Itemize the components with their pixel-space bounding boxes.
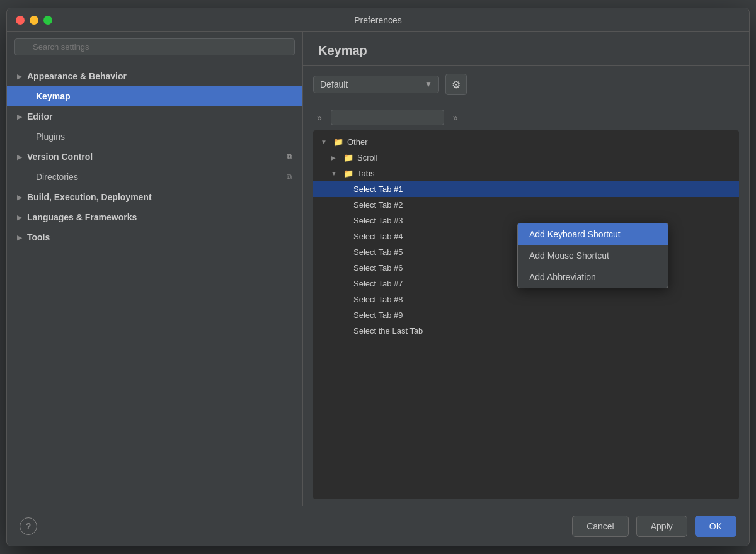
arrow-icon: ▶ [17, 214, 22, 221]
sidebar-item-keymap[interactable]: Keymap [7, 86, 302, 106]
apply-button[interactable]: Apply [636, 516, 687, 537]
tree-item-scroll[interactable]: ▶ 📁 Scroll [313, 150, 739, 166]
tree-item-label: Select Tab #9 [353, 310, 403, 320]
keymap-toolbar: Default ▼ ⚙ [303, 66, 749, 103]
tree-item-label: Select Tab #6 [353, 263, 403, 273]
sidebar-item-appearance-behavior[interactable]: ▶ Appearance & Behavior [7, 66, 302, 86]
arrow-icon: ▶ [17, 194, 22, 201]
folder-icon: 📁 [333, 137, 343, 147]
arrow-icon: ▶ [17, 73, 22, 80]
dropdown-value: Default [320, 79, 348, 89]
tree-item-label: Other [347, 137, 368, 147]
tree-item-label: Select Tab #2 [353, 200, 403, 210]
expand-all-button[interactable]: » [313, 111, 326, 124]
tree-arrow-icon: ▼ [331, 170, 340, 177]
tree-arrow-icon: ▼ [321, 138, 329, 145]
sidebar-item-build[interactable]: ▶ Build, Execution, Deployment [7, 187, 302, 207]
tree-item-select-tab-1[interactable]: Select Tab #1 [313, 181, 739, 197]
minimize-button[interactable] [30, 16, 38, 25]
arrow-icon: ▶ [17, 234, 22, 241]
folder-icon: 📁 [343, 169, 353, 178]
copy-icon: ⧉ [287, 172, 292, 181]
tree-item-label: Select Tab #5 [353, 247, 403, 257]
sidebar-item-label: Plugins [36, 132, 65, 142]
sidebar-search-wrap: 🔍 [14, 38, 295, 55]
cancel-button[interactable]: Cancel [572, 516, 629, 537]
preferences-window: Preferences 🔍 ▶ Appearance & Behavior Ke… [6, 8, 750, 546]
titlebar: Preferences [7, 8, 749, 32]
sidebar-item-version-control[interactable]: ▶ Version Control ⧉ [7, 147, 302, 167]
tree-item-label: Select Tab #1 [353, 184, 403, 194]
sidebar-item-label: Keymap [36, 91, 70, 101]
arrow-icon: ▶ [17, 113, 22, 120]
window-title: Preferences [354, 15, 401, 25]
sidebar-item-label: Version Control [27, 152, 93, 162]
sidebar-item-label: Tools [27, 232, 50, 242]
arrow-icon: ▶ [17, 154, 22, 161]
gear-button[interactable]: ⚙ [445, 74, 467, 95]
close-button[interactable] [16, 16, 25, 25]
sidebar-item-editor[interactable]: ▶ Editor [7, 106, 302, 127]
sidebar-item-tools[interactable]: ▶ Tools [7, 227, 302, 247]
maximize-button[interactable] [43, 16, 52, 25]
content-area: 🔍 ▶ Appearance & Behavior Keymap ▶ Edito… [7, 32, 749, 506]
keymap-tree-view: ▼ 📁 Other ▶ 📁 Scroll ▼ 📁 Tabs [313, 130, 739, 499]
sidebar-item-plugins[interactable]: Plugins [7, 127, 302, 147]
tree-item-label: Select Tab #4 [353, 232, 403, 241]
sidebar-item-label: Languages & Frameworks [27, 212, 137, 222]
help-button[interactable]: ? [20, 517, 37, 535]
tree-item-label: Tabs [357, 169, 374, 178]
keymap-dropdown[interactable]: Default ▼ [313, 76, 439, 93]
tree-item-select-tab-9[interactable]: Select Tab #9 [313, 307, 739, 323]
list-toolbar: » 🔍 » [313, 110, 739, 125]
ok-button[interactable]: OK [695, 516, 736, 537]
sidebar-item-label: Directories [36, 172, 78, 182]
sidebar-search-area: 🔍 [7, 32, 302, 62]
copy-icon: ⧉ [287, 152, 292, 161]
sidebar-search-input[interactable] [14, 38, 295, 55]
tree-item-label: Select the Last Tab [353, 326, 423, 336]
sidebar-item-label: Editor [27, 111, 52, 122]
sidebar-item-languages[interactable]: ▶ Languages & Frameworks [7, 207, 302, 227]
gear-icon: ⚙ [452, 79, 461, 91]
list-search-wrap: 🔍 [331, 110, 444, 125]
main-content: Keymap Default ▼ ⚙ » 🔍 » [303, 32, 749, 506]
sidebar-item-directories[interactable]: Directories ⧉ [7, 167, 302, 187]
tree-item-label: Select Tab #7 [353, 279, 403, 288]
tree-item-label: Select Tab #3 [353, 216, 403, 225]
tree-item-select-last-tab[interactable]: Select the Last Tab [313, 323, 739, 339]
tree-item-select-tab-8[interactable]: Select Tab #8 [313, 291, 739, 307]
context-menu: Add Keyboard Shortcut Add Mouse Shortcut… [517, 223, 668, 288]
sidebar-item-label: Build, Execution, Deployment [27, 192, 152, 202]
bottom-bar: ? Cancel Apply OK [7, 506, 749, 546]
tree-item-select-tab-2[interactable]: Select Tab #2 [313, 197, 739, 213]
tree-item-tabs[interactable]: ▼ 📁 Tabs [313, 166, 739, 181]
sidebar-item-label: Appearance & Behavior [27, 71, 127, 81]
tree-item-label: Scroll [357, 153, 378, 162]
traffic-lights [16, 16, 52, 25]
sidebar-items: ▶ Appearance & Behavior Keymap ▶ Editor … [7, 62, 302, 506]
tree-item-label: Select Tab #8 [353, 295, 403, 304]
keymap-header: Keymap [303, 32, 749, 66]
context-menu-item-add-mouse-shortcut[interactable]: Add Mouse Shortcut [518, 245, 668, 266]
context-menu-item-add-keyboard-shortcut[interactable]: Add Keyboard Shortcut [518, 223, 668, 245]
sidebar: 🔍 ▶ Appearance & Behavior Keymap ▶ Edito… [7, 32, 303, 506]
folder-icon: 📁 [343, 153, 353, 162]
collapse-all-button[interactable]: » [449, 111, 462, 124]
chevron-down-icon: ▼ [425, 80, 432, 89]
list-search-input[interactable] [331, 110, 444, 125]
context-menu-item-add-abbreviation[interactable]: Add Abbreviation [518, 266, 668, 288]
keymap-list-area: » 🔍 » ▼ 📁 Other ▶ [303, 103, 749, 506]
tree-arrow-icon: ▶ [331, 154, 340, 161]
tree-item-other[interactable]: ▼ 📁 Other [313, 134, 739, 150]
